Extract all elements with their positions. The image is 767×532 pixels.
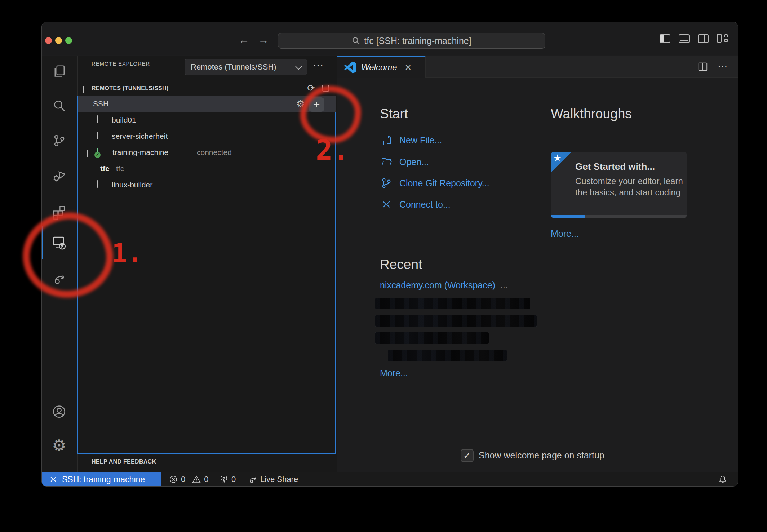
annotation-number-2: 2. <box>316 134 350 167</box>
new-file-icon <box>381 134 392 146</box>
problems-status[interactable]: 0 0 <box>169 472 209 487</box>
command-center-search[interactable]: tfc [SSH: training-machine] <box>278 33 545 49</box>
folder-detail: tfc <box>116 164 124 173</box>
tree-row-tfc[interactable]: tfc tfc <box>78 161 336 177</box>
recent-heading: Recent <box>380 257 422 272</box>
sidebar-title: REMOTE EXPLORER <box>92 61 150 67</box>
annotation-number-1: 1. <box>112 238 143 268</box>
git-branch-icon <box>381 177 392 189</box>
dropdown-value: Remotes (Tunnels/SSH) <box>191 62 296 72</box>
history-back-button[interactable]: ← <box>237 34 251 46</box>
connected-machine-icon: ✓ <box>97 148 98 155</box>
connect-to-link[interactable]: Connect to... <box>381 199 451 210</box>
star-icon: ★ <box>553 152 562 164</box>
sidebar-more-actions-icon[interactable]: ⋯ <box>313 58 324 71</box>
walkthrough-progress-fill <box>551 215 585 218</box>
redacted-recent-entry <box>375 332 489 344</box>
vscode-logo-icon <box>344 61 356 74</box>
tab-strip: Welcome × ⋯ <box>337 56 738 78</box>
chevron-down-icon <box>87 150 88 157</box>
status-bar: SSH: training-machine 0 0 0 <box>42 472 738 486</box>
layout-controls <box>660 34 728 43</box>
live-share-status[interactable]: Live Share <box>248 472 298 487</box>
tree-row-training-machine[interactable]: ✓ training-machine connected <box>78 145 336 161</box>
redacted-recent-entry <box>375 315 537 327</box>
vscode-window: ← → tfc [SSH: training-machine] <box>41 22 738 487</box>
redacted-recent-entry <box>388 350 507 361</box>
recent-workspace-path: ... <box>500 280 508 291</box>
tree-row-server-sicherheit[interactable]: server-sicherheit <box>78 129 336 145</box>
notifications-bell[interactable] <box>718 472 727 487</box>
remote-connect-icon <box>49 475 58 484</box>
settings-gear-icon[interactable]: ⚙ <box>50 437 68 454</box>
split-editor-icon[interactable] <box>697 61 708 72</box>
remotes-section-header[interactable]: REMOTES (TUNNELS/SSH) ⟳ <box>78 83 337 96</box>
chevron-down-icon <box>295 63 302 70</box>
bell-icon <box>718 475 727 484</box>
error-icon <box>169 475 178 484</box>
history-forward-button[interactable]: → <box>256 34 271 46</box>
editor-area: Welcome × ⋯ Start New File. <box>337 56 738 472</box>
open-folder-icon <box>381 156 392 168</box>
walkthrough-progress-track <box>551 215 687 218</box>
start-heading: Start <box>380 106 408 121</box>
toggle-sidebar-icon[interactable] <box>660 34 670 43</box>
close-window-button[interactable] <box>45 37 52 44</box>
chevron-down-icon <box>83 86 84 93</box>
remote-machine-icon <box>97 180 98 188</box>
toggle-panel-icon[interactable] <box>679 34 690 43</box>
recent-workspace-row: nixcademy.com (Workspace) ... <box>380 280 508 291</box>
new-file-link[interactable]: New File... <box>381 134 442 146</box>
live-share-icon <box>248 475 257 484</box>
editor-more-actions-icon[interactable]: ⋯ <box>718 61 728 72</box>
open-link[interactable]: Open... <box>381 156 429 168</box>
minimize-window-button[interactable] <box>55 37 62 44</box>
warning-icon <box>192 475 201 484</box>
remote-machine-icon <box>97 132 98 139</box>
window-title-text: tfc [SSH: training-machine] <box>364 36 471 46</box>
broadcast-status[interactable]: 0 <box>219 472 236 487</box>
broadcast-tower-icon <box>219 475 229 484</box>
connection-status: connected <box>197 148 232 157</box>
chevron-right-icon <box>84 460 84 466</box>
toggle-secondary-sidebar-icon[interactable] <box>698 34 709 43</box>
recent-workspace-link[interactable]: nixcademy.com (Workspace) <box>380 280 495 291</box>
connected-check-badge: ✓ <box>94 152 101 158</box>
tree-row-linux-builder[interactable]: linux-builder <box>78 177 336 194</box>
account-icon[interactable] <box>50 403 68 420</box>
clone-repo-link[interactable]: Clone Git Repository... <box>381 177 489 189</box>
tab-welcome[interactable]: Welcome × <box>337 56 426 78</box>
screenshot-canvas: ← → tfc [SSH: training-machine] <box>0 0 767 532</box>
remote-connect-icon <box>381 199 392 210</box>
get-started-walkthrough-card[interactable]: ★ Get Started with... Customize your edi… <box>551 152 687 218</box>
check-icon: ✓ <box>463 450 471 461</box>
help-feedback-section[interactable]: HELP AND FEEDBACK <box>78 456 337 470</box>
zoom-window-button[interactable] <box>65 37 72 44</box>
close-tab-icon[interactable]: × <box>405 61 412 74</box>
walkthroughs-more-link[interactable]: More... <box>551 229 579 239</box>
tree-row-ssh[interactable]: SSH ⚙ + <box>78 96 336 112</box>
show-welcome-label: Show welcome page on startup <box>479 450 604 461</box>
show-welcome-checkbox[interactable]: ✓ <box>461 449 474 462</box>
remote-machine-icon <box>97 115 98 123</box>
run-debug-icon[interactable] <box>50 167 68 184</box>
editor-actions: ⋯ <box>697 61 728 72</box>
explorer-icon[interactable] <box>50 63 68 80</box>
walkthroughs-heading: Walkthroughs <box>551 106 632 121</box>
title-bar: ← → tfc [SSH: training-machine] <box>42 22 738 55</box>
redacted-recent-entry <box>375 298 530 309</box>
welcome-page: Start New File... Open... <box>337 78 738 472</box>
recent-more-link[interactable]: More... <box>380 368 408 378</box>
source-control-icon[interactable] <box>50 132 68 149</box>
search-icon <box>352 36 360 45</box>
customize-layout-icon[interactable] <box>717 34 728 43</box>
tree-row-build01[interactable]: build01 <box>78 112 336 129</box>
remote-indicator[interactable]: SSH: training-machine <box>42 472 161 487</box>
search-view-icon[interactable] <box>50 97 68 115</box>
remote-scope-dropdown[interactable]: Remotes (Tunnels/SSH) <box>185 59 307 75</box>
chevron-down-icon <box>84 102 84 108</box>
